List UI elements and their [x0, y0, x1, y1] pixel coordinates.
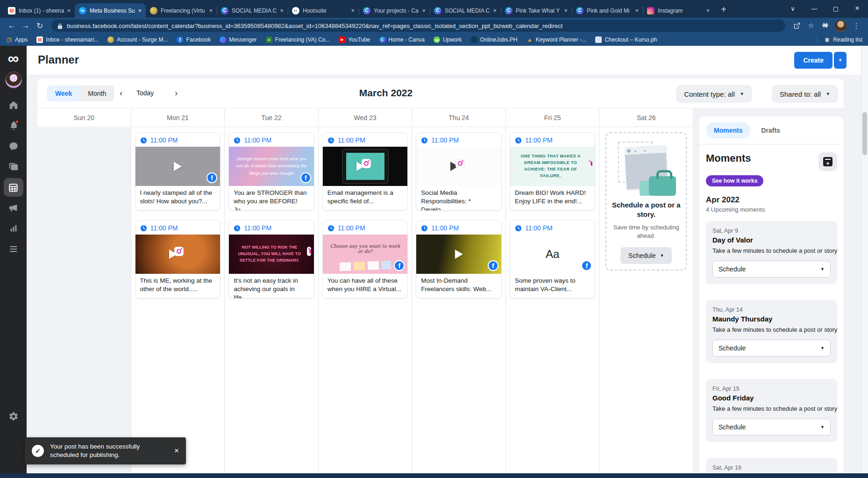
bookmark-item[interactable]: Checkout – Kurso.ph	[595, 36, 657, 43]
next-week-icon[interactable]: ›	[175, 88, 178, 97]
add-to-calendar-button[interactable]	[818, 152, 837, 171]
month-toggle[interactable]: Month	[80, 86, 114, 101]
gmail-icon: M	[36, 36, 43, 43]
tab-close-icon[interactable]: ×	[706, 7, 710, 14]
bookmark-item[interactable]: ▲Keyword Planner -...	[526, 36, 587, 43]
browser-tab[interactable]: MInbox (1) - sheena×	[4, 3, 75, 18]
browser-tab[interactable]: ••Hootsuite×	[288, 3, 359, 18]
create-dropdown-button[interactable]: ▼	[834, 52, 847, 69]
scheduled-post-card[interactable]: 11:00 PMAafSome proven ways to maintain …	[510, 220, 596, 299]
tab-close-icon[interactable]: ×	[422, 7, 426, 14]
browser-tab[interactable]: ∞Meta Business Sui×	[75, 3, 146, 18]
bookmark-item[interactable]: Account - Surge M...	[107, 36, 168, 43]
browser-tab[interactable]: CSOCIAL MEDIA C×	[217, 3, 288, 18]
sidebar-item-notifications[interactable]	[4, 116, 23, 135]
bookmark-item[interactable]: MInbox - sheenamari...	[36, 36, 99, 43]
tab-close-icon[interactable]: ×	[138, 7, 142, 14]
tab-close-icon[interactable]: ×	[493, 7, 497, 14]
scheduled-post-card[interactable]: 11:00 PMEmail management is a specific f…	[322, 132, 408, 211]
create-button[interactable]: Create	[794, 52, 832, 69]
chevron-down-icon: ▼	[820, 425, 825, 429]
tab-close-icon[interactable]: ×	[209, 7, 213, 14]
moment-schedule-label: Schedule	[719, 265, 746, 273]
reload-button[interactable]: ↻	[33, 21, 47, 31]
bookmark-item[interactable]: Messenger	[220, 36, 256, 43]
canva-favicon-icon: C	[363, 7, 370, 14]
new-tab-button[interactable]: +	[717, 2, 731, 16]
share-icon[interactable]	[790, 22, 804, 29]
tab-title: Instagram	[658, 7, 703, 14]
close-window-button[interactable]: ×	[847, 0, 868, 17]
see-how-it-works-badge[interactable]: See how it works	[706, 175, 763, 186]
bookmark-item[interactable]: fFacebook	[177, 36, 211, 43]
sidebar-item-home[interactable]	[4, 96, 23, 114]
moment-schedule-button[interactable]: Schedule▼	[712, 261, 831, 278]
reading-list-button[interactable]: ≣ Reading list	[817, 36, 862, 43]
bookmark-item[interactable]: +Freelancing (VA) Co...	[266, 36, 330, 43]
moment-title: Good Friday	[712, 394, 831, 402]
address-bar[interactable]: business.facebook.com/latest/content_cal…	[51, 20, 785, 32]
sidebar-item-planner[interactable]	[4, 178, 23, 197]
page-scrollbar[interactable]	[861, 46, 868, 473]
browser-tab[interactable]: CSOCIAL MEDIA C×	[430, 3, 501, 18]
tab-drafts[interactable]: Drafts	[753, 122, 788, 138]
week-toggle[interactable]: Week	[47, 86, 80, 101]
scheduled-post-card[interactable]: 11:00 PMfI nearly stamped all of the slo…	[135, 132, 221, 211]
tab-moments[interactable]: Moments	[706, 122, 750, 138]
sidebar-item-inbox-chat[interactable]	[4, 137, 23, 156]
sidebar-item-ads[interactable]	[4, 199, 23, 217]
moment-schedule-button[interactable]: Schedule▼	[712, 340, 831, 357]
bookmark-item[interactable]: CHome - Canva	[379, 36, 425, 43]
tab-close-icon[interactable]: ×	[67, 7, 71, 14]
calendar-filters: Content type: all ▼ Shared to: all ▼	[676, 85, 838, 103]
toast-close-icon[interactable]: ×	[174, 446, 179, 457]
bookmark-item[interactable]: upUpwork	[434, 36, 462, 43]
scrollbar-thumb[interactable]	[862, 112, 867, 155]
bookmark-star-icon[interactable]: ☆	[804, 21, 818, 30]
scheduled-post-card[interactable]: 11:00 PMThis is ME, working at the other…	[135, 220, 221, 299]
sidebar-item-more-menu[interactable]	[4, 240, 23, 258]
scheduled-post-card[interactable]: 11:00 PMNOT WILLING TO RISK THE UNUSUAL,…	[228, 220, 314, 299]
tab-close-icon[interactable]: ×	[280, 7, 284, 14]
scheduled-post-card[interactable]: 11:00 PMChoose any you want to work or d…	[322, 220, 408, 299]
sidebar-item-insights[interactable]	[4, 219, 23, 238]
prev-week-icon[interactable]: ‹	[120, 88, 122, 97]
tab-close-icon[interactable]: ×	[635, 7, 639, 14]
page-avatar[interactable]	[5, 71, 22, 88]
sidebar-nav	[4, 95, 23, 259]
scheduled-post-card[interactable]: 11:00 PMStrength doesn't come from what …	[228, 132, 314, 211]
tab-close-icon[interactable]: ×	[564, 7, 568, 14]
scheduled-post-card[interactable]: 11:00 PMONE THING THAT MAKES A DREAM IMP…	[510, 132, 596, 211]
browser-tab[interactable]: Instagram×	[643, 3, 714, 18]
meta-logo[interactable]: ∞	[8, 50, 19, 66]
sidebar-item-posts[interactable]	[4, 157, 23, 176]
browser-tab[interactable]: CPink and Gold Mi×	[572, 3, 643, 18]
browser-tab[interactable]: CPink Take What Y×	[501, 3, 572, 18]
maximize-button[interactable]: ▢	[825, 0, 847, 17]
shared-to-filter[interactable]: Shared to: all ▼	[772, 85, 838, 103]
today-button[interactable]: Today	[136, 89, 154, 97]
scheduled-post-card[interactable]: 11:00 PMSocial Media Responsibilities: *…	[416, 132, 502, 211]
promo-schedule-button[interactable]: Schedule▼	[620, 247, 672, 264]
bookmark-item[interactable]: Apps	[6, 36, 28, 43]
scheduled-post-card[interactable]: 11:00 PMfMost In-Demand Freelancers skil…	[416, 220, 502, 299]
content-type-filter[interactable]: Content type: all ▼	[676, 85, 752, 103]
settings-icon[interactable]	[4, 407, 23, 426]
meta-favicon-icon: ∞	[79, 7, 86, 14]
bookmark-item[interactable]: ▶YouTube	[339, 36, 370, 43]
calendar-add-icon	[823, 157, 832, 166]
extensions-icon[interactable]	[818, 22, 832, 29]
bookmark-item[interactable]: OnlineJobs.PH	[471, 36, 518, 43]
back-button[interactable]: ←	[5, 21, 19, 30]
moment-schedule-button[interactable]: Schedule▼	[712, 419, 831, 435]
browser-tab[interactable]: Freelancing (Virtu×	[146, 3, 217, 18]
minimize-button[interactable]: —	[804, 0, 825, 17]
tab-search-icon[interactable]: ∨	[782, 0, 804, 17]
profile-avatar[interactable]	[835, 20, 847, 32]
browser-tab[interactable]: CYour projects - Ca×	[359, 3, 430, 18]
schedule-promo-card[interactable]: Schedule a post or a story.Save time by …	[605, 132, 687, 271]
browser-menu-icon[interactable]: ⋮	[849, 21, 863, 30]
forward-button[interactable]: →	[19, 21, 33, 30]
window-bottom-edge	[0, 473, 868, 478]
tab-close-icon[interactable]: ×	[351, 7, 355, 14]
